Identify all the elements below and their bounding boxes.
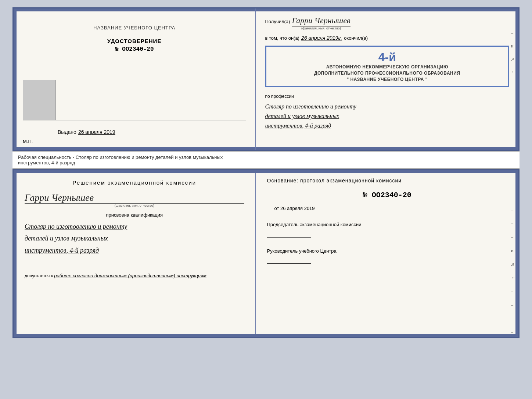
bottom-profession-block: Столяр по изготовлению и ремонту деталей…: [25, 221, 244, 256]
vtom-label: в том, что он(а): [265, 35, 299, 41]
profession-line1: Столяр по изготовлению и ремонту: [265, 102, 509, 111]
document-wrapper: НАЗВАНИЕ УЧЕБНОГО ЦЕНТРА УДОСТОВЕРЕНИЕ №…: [12, 7, 520, 338]
dopuskaetsya-line: допускается к работе согласно должностны…: [25, 273, 244, 278]
profession-block: Столяр по изготовлению и ремонту деталей…: [265, 102, 509, 130]
bottom-cert-left: Решением экзаменационной комиссии Гарри …: [14, 170, 256, 337]
rukovoditel-label: Руководитель учебного Центра: [267, 247, 507, 255]
bottom-name: Гарри Чернышев: [25, 192, 94, 203]
stamp-block: 4-й АВТОНОМНУЮ НЕКОММЕРЧЕСКУЮ ОРГАНИЗАЦИ…: [265, 46, 509, 87]
photo-placeholder: [23, 80, 56, 120]
rukovoditel-signature-line: [267, 256, 311, 264]
okonchil-label: окончил(а): [344, 35, 368, 41]
dopusk-text: работе согласно должностным (производств…: [54, 273, 206, 278]
dopuskaetsya-label: допускается к: [25, 273, 53, 278]
predsedatel-signature-line: [267, 230, 311, 238]
predsedatel-label: Председатель экзаменационной комиссии: [267, 221, 507, 228]
po-professii: по профессии: [265, 94, 509, 99]
cert-number: № OO2340-20: [107, 46, 161, 53]
training-center-title: НАЗВАНИЕ УЧЕБНОГО ЦЕНТРА: [93, 25, 175, 31]
top-certificate: НАЗВАНИЕ УЧЕБНОГО ЦЕНТРА УДОСТОВЕРЕНИЕ №…: [12, 7, 520, 151]
bottom-fio-hint: (фамилия, имя, отчество): [115, 204, 154, 207]
bottom-profession-line1: Столяр по изготовлению и ремонту: [25, 221, 244, 232]
vydano-line: Выдано26 апреля 2019: [58, 129, 115, 135]
top-cert-right: Получил(а) Гарри Чернышев (фамилия, имя,…: [256, 8, 518, 150]
bottom-profession-line3: инструментов, 4-й разряд: [25, 245, 244, 256]
right-decorative-lines: – и ,а ← – – –: [511, 31, 515, 113]
bottom-certificate: Решением экзаменационной комиссии Гарри …: [12, 169, 520, 338]
separator-text: Рабочая специальность - Столяр по изгото…: [12, 151, 520, 169]
stamp-number: 4-й: [272, 50, 503, 64]
stamp-line3: " НАЗВАНИЕ УЧЕБНОГО ЦЕНТРА ": [272, 76, 503, 83]
bottom-cert-right: Основание: протокол экзаменационной коми…: [256, 170, 518, 337]
fio-hint: (фамилия, имя, отчество): [301, 26, 341, 30]
ot-date-value: 26 апреля 2019: [280, 206, 315, 211]
udostoverenie-block: УДОСТОВЕРЕНИЕ № OO2340-20: [107, 38, 161, 53]
dash-separator: –: [356, 19, 359, 25]
protocol-number: № OO2340-20: [267, 191, 507, 199]
poluchil-line: Получил(а) Гарри Чернышев (фамилия, имя,…: [265, 16, 509, 30]
ot-date: от 26 апреля 2019: [274, 206, 507, 211]
mp-line: М.П.: [23, 139, 33, 144]
stamp-line2: ДОПОЛНИТЕЛЬНОГО ПРОФЕССИОНАЛЬНОГО ОБРАЗО…: [272, 70, 503, 76]
bottom-profession-line2: деталей и узлов музыкальных: [25, 232, 244, 244]
recipient-name: Гарри Чернышев: [292, 16, 350, 26]
rukovoditel-block: Руководитель учебного Центра: [267, 247, 507, 264]
udostoverenie-label: УДОСТОВЕРЕНИЕ: [107, 38, 161, 44]
top-cert-left: НАЗВАНИЕ УЧЕБНОГО ЦЕНТРА УДОСТОВЕРЕНИЕ №…: [14, 8, 256, 150]
vydano-label: Выдано: [58, 129, 76, 135]
vtom-line: в том, что он(а) 26 апреля 2019г. окончи…: [265, 35, 509, 41]
profession-line2: деталей и узлов музыкальных: [265, 111, 509, 121]
profession-line3: инструментов, 4-й разряд: [265, 121, 509, 131]
vydano-date: 26 апреля 2019: [78, 129, 115, 135]
specialty-underlined: инструментов, 4-й разряд: [18, 160, 75, 165]
specialty-label: Рабочая специальность - Столяр по изгото…: [18, 154, 223, 165]
resheniem-text: Решением экзаменационной комиссии: [25, 179, 244, 186]
stamp-line1: АВТОНОМНУЮ НЕКОММЕРЧЕСКУЮ ОРГАНИЗАЦИЮ: [272, 64, 503, 70]
poluchil-label: Получил(а): [265, 19, 290, 24]
predsedatel-block: Председатель экзаменационной комиссии: [267, 221, 507, 238]
prisvoena-text: присвоена квалификация: [25, 212, 244, 218]
osnovanie-text: Основание: протокол экзаменационной коми…: [267, 178, 507, 184]
bottom-right-dashes: – – – и ,а ← – – – –: [511, 207, 515, 335]
cert-date: 26 апреля 2019г.: [301, 35, 342, 41]
ot-label: от: [274, 206, 279, 211]
